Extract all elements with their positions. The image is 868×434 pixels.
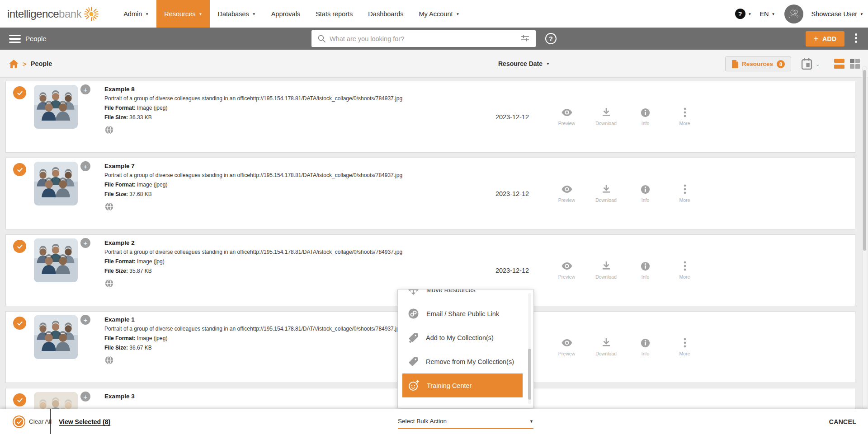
nav-item-resources[interactable]: Resources ▼ <box>156 0 210 28</box>
nav-item-databases[interactable]: Databases ▼ <box>210 0 263 28</box>
move-icon <box>408 289 419 295</box>
page-scrollbar-thumb[interactable] <box>863 70 866 251</box>
top-navigation: intelligencebank Admin ▼ Resources ▼ Dat… <box>0 0 868 28</box>
page-title: People <box>25 28 47 50</box>
bulk-menu-item-add-to-my-collection-s[interactable]: Add to My Collection(s) <box>402 326 523 350</box>
user-menu[interactable]: Showcase User ▼ <box>811 10 863 18</box>
chevron-down-icon: ▼ <box>456 13 459 16</box>
download-icon <box>602 261 611 271</box>
filter-sliders-icon[interactable] <box>520 34 530 43</box>
toolbar-more-icon[interactable] <box>855 33 858 43</box>
view-selected-button[interactable]: View Selected (8) <box>59 409 110 434</box>
main-nav: Admin ▼ Resources ▼ Databases ▼ Approval… <box>116 0 467 28</box>
bulk-menu-item-move-resources[interactable]: Move Resources <box>402 289 523 302</box>
more-icon <box>684 338 686 348</box>
avatar[interactable] <box>784 5 803 23</box>
help-filled-icon: ? <box>735 9 745 19</box>
bulk-action-select[interactable]: Select Bulk Action ▼ <box>398 414 533 429</box>
nav-item-dashboards[interactable]: Dashboards <box>360 0 411 28</box>
resource-thumbnail[interactable] <box>34 315 78 359</box>
info-button[interactable]: Info <box>626 184 665 203</box>
more-button[interactable]: More <box>665 184 704 203</box>
intelligencebank-logo[interactable]: intelligencebank <box>0 0 99 28</box>
resource-thumbnail[interactable] <box>34 238 78 282</box>
bulk-menu-item-remove-from-my-collection-s[interactable]: Remove from My Collection(s) <box>402 350 523 373</box>
selected-check-icon[interactable] <box>13 317 26 330</box>
expand-plus-icon[interactable]: + <box>80 238 90 248</box>
more-icon <box>684 261 686 271</box>
more-button[interactable]: More <box>665 261 704 280</box>
clear-all-check-icon[interactable] <box>13 415 25 428</box>
info-button[interactable]: Info <box>626 338 665 356</box>
plus-icon: + <box>813 34 819 43</box>
resource-row: + Example 7 Portrait of a group of diver… <box>5 158 855 229</box>
selected-check-icon[interactable] <box>13 240 26 253</box>
download-button[interactable]: Download <box>586 107 626 126</box>
bulk-action-menu-items: Move Resources Email / Share Public Link… <box>398 289 533 397</box>
bulk-menu-item-email-share-public-link[interactable]: Email / Share Public Link <box>402 302 523 326</box>
list-view-toggle[interactable] <box>834 59 844 69</box>
globe-icon <box>104 355 114 367</box>
search-box <box>311 30 536 47</box>
home-icon[interactable] <box>9 60 19 68</box>
add-button[interactable]: + ADD <box>806 31 844 47</box>
more-button[interactable]: More <box>665 107 704 126</box>
search-icon <box>317 34 326 43</box>
bulk-menu-item-training-center[interactable]: Training Center <box>402 373 523 397</box>
globe-icon <box>104 125 114 136</box>
selected-check-icon[interactable] <box>13 163 26 176</box>
tag-add-icon <box>408 332 419 343</box>
grid-view-toggle[interactable] <box>850 59 860 69</box>
preview-button[interactable]: Preview <box>547 261 586 280</box>
expand-plus-icon[interactable]: + <box>80 161 90 171</box>
globe-icon <box>104 202 114 213</box>
info-icon <box>641 261 650 271</box>
info-button[interactable]: Info <box>626 107 665 126</box>
cancel-button[interactable]: CANCEL <box>829 409 856 434</box>
preview-button[interactable]: Preview <box>547 107 586 126</box>
chevron-down-icon: ▼ <box>529 420 533 424</box>
download-button[interactable]: Download <box>586 184 626 203</box>
expand-plus-icon[interactable]: + <box>80 84 90 94</box>
nav-item-stats-reports[interactable]: Stats reports <box>308 0 360 28</box>
calendar-icon <box>801 58 812 70</box>
resource-actions: Preview Download Info More <box>547 158 704 229</box>
calendar-view-control[interactable]: ⌄ <box>801 50 820 78</box>
preview-button[interactable]: Preview <box>547 184 586 203</box>
menu-scrollbar-thumb[interactable] <box>528 349 531 400</box>
search-help-icon[interactable]: ? <box>545 33 557 44</box>
search-input[interactable] <box>326 35 520 42</box>
eye-icon <box>561 107 572 117</box>
clear-all-button[interactable]: Clear All <box>29 409 52 434</box>
nav-item-approvals[interactable]: Approvals <box>264 0 308 28</box>
resource-actions: Preview Download Info More <box>547 81 704 152</box>
page-toolbar: People ? + ADD <box>0 28 868 50</box>
page-scrollbar[interactable] <box>862 66 867 409</box>
resources-filter-button[interactable]: Resources 8 <box>725 56 791 71</box>
chevron-down-icon: ▼ <box>252 13 256 16</box>
expand-plus-icon[interactable]: + <box>80 315 90 325</box>
resource-thumbnail[interactable] <box>34 85 78 129</box>
help-menu[interactable]: ? ▼ <box>735 9 752 19</box>
sort-header[interactable]: Resource Date ▼ <box>498 50 550 78</box>
selected-check-icon[interactable] <box>13 393 26 406</box>
download-button[interactable]: Download <box>586 338 626 356</box>
logo-text: intelligencebank <box>7 8 81 20</box>
document-icon <box>731 60 738 68</box>
info-button[interactable]: Info <box>626 261 665 280</box>
avatar-sketch-icon <box>787 7 801 21</box>
hamburger-menu-icon[interactable] <box>9 35 21 43</box>
language-selector[interactable]: EN ▼ <box>760 10 775 18</box>
nav-item-my-account[interactable]: My Account ▼ <box>411 0 467 28</box>
selected-check-icon[interactable] <box>13 86 26 99</box>
preview-button[interactable]: Preview <box>547 338 586 356</box>
breadcrumb-current[interactable]: People <box>31 60 52 67</box>
menu-scrollbar[interactable] <box>528 293 531 404</box>
download-button[interactable]: Download <box>586 261 626 280</box>
info-icon <box>641 184 650 194</box>
nav-right-cluster: ? ▼ EN ▼ Showcase User ▼ <box>731 0 868 28</box>
more-button[interactable]: More <box>665 338 704 356</box>
nav-item-admin[interactable]: Admin ▼ <box>116 0 156 28</box>
expand-plus-icon[interactable]: + <box>80 392 90 401</box>
resource-thumbnail[interactable] <box>34 162 78 205</box>
